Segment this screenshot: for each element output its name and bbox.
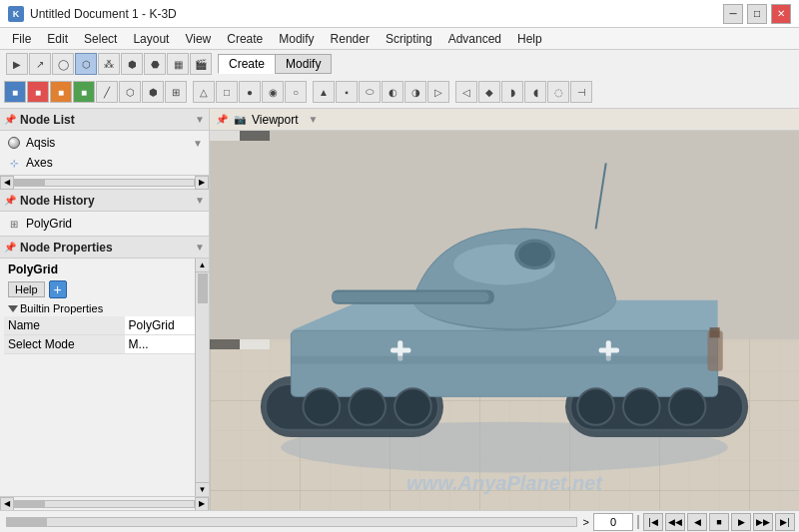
tool-icon6[interactable]: ⬡ bbox=[119, 81, 141, 103]
menu-edit[interactable]: Edit bbox=[39, 28, 76, 49]
viewport-expand-icon[interactable]: ▼ bbox=[308, 114, 318, 125]
tab-create[interactable]: Create bbox=[218, 54, 275, 74]
main-hscroll-thumb[interactable] bbox=[7, 518, 47, 526]
menu-advanced[interactable]: Advanced bbox=[440, 28, 509, 49]
node-history-header: 📌 Node History ▼ bbox=[0, 190, 209, 212]
hscroll-thumb[interactable] bbox=[15, 180, 45, 186]
tool-select[interactable]: ▶ bbox=[6, 53, 28, 75]
node-props-expand-icon[interactable]: ▼ bbox=[195, 242, 205, 253]
svg-point-33 bbox=[395, 388, 431, 425]
tool-cube3[interactable]: ■ bbox=[50, 81, 72, 103]
menu-layout[interactable]: Layout bbox=[125, 28, 177, 49]
tool-move[interactable]: ↗ bbox=[29, 53, 51, 75]
frame-play-btn[interactable]: ▶ bbox=[731, 513, 751, 531]
tool-orbit[interactable]: ◯ bbox=[52, 53, 74, 75]
tool-render[interactable]: ▦ bbox=[167, 53, 189, 75]
tool-icon7[interactable]: ⬢ bbox=[142, 81, 164, 103]
hscroll-left-btn[interactable]: ◀ bbox=[0, 176, 14, 190]
prop-row-name: Name PolyGrid bbox=[4, 316, 205, 335]
title-bar: K Untitled Document 1 - K-3D ─ □ ✕ bbox=[0, 0, 799, 28]
main-content: 📌 Node List ▼ Aqsis ▼ bbox=[0, 109, 799, 510]
props-hscroll-right[interactable]: ▶ bbox=[195, 497, 209, 511]
tool-cube2[interactable]: ■ bbox=[27, 81, 49, 103]
node-history-expand-icon[interactable]: ▼ bbox=[195, 195, 205, 206]
frame-end-btn[interactable]: ▶| bbox=[775, 513, 795, 531]
node-list-item-axes[interactable]: ⊹ Axes bbox=[2, 153, 207, 173]
node-props-section: 📌 Node Properties ▼ PolyGrid Help + bbox=[0, 237, 209, 510]
props-hscroll-track[interactable] bbox=[14, 500, 195, 508]
tool-sphere[interactable]: ○ bbox=[285, 81, 307, 103]
prop-name-value[interactable]: PolyGrid bbox=[125, 316, 205, 335]
menu-view[interactable]: View bbox=[177, 28, 219, 49]
tool-icon8[interactable]: ⊞ bbox=[165, 81, 187, 103]
props-hscroll-left[interactable]: ◀ bbox=[0, 497, 14, 511]
frame-prev-btn[interactable]: ◀◀ bbox=[665, 513, 685, 531]
node-list-item-aqsis[interactable]: Aqsis ▼ bbox=[2, 133, 207, 153]
aqsis-expand[interactable]: ▼ bbox=[193, 138, 203, 149]
menu-create[interactable]: Create bbox=[219, 28, 271, 49]
menu-scripting[interactable]: Scripting bbox=[378, 28, 440, 49]
tool-cube4[interactable]: ■ bbox=[73, 81, 95, 103]
tool-triangle[interactable]: △ bbox=[193, 81, 215, 103]
frame-stop-btn[interactable]: ■ bbox=[709, 513, 729, 531]
tool-square[interactable]: □ bbox=[216, 81, 238, 103]
tool-tri3[interactable]: ◁ bbox=[455, 81, 477, 103]
tool-disk[interactable]: ◉ bbox=[262, 81, 284, 103]
menu-modify[interactable]: Modify bbox=[271, 28, 322, 49]
tool-icon5[interactable]: ╱ bbox=[96, 81, 118, 103]
node-history-title: Node History bbox=[20, 194, 191, 208]
vscroll-thumb[interactable] bbox=[198, 273, 208, 303]
tool-c1[interactable]: ◗ bbox=[501, 81, 523, 103]
tool-half[interactable]: ◐ bbox=[382, 81, 403, 103]
builtin-label: Builtin Properties bbox=[20, 302, 103, 314]
close-button[interactable]: ✕ bbox=[771, 4, 791, 24]
node-list-expand-icon[interactable]: ▼ bbox=[195, 114, 205, 125]
tool-snap[interactable]: ⬣ bbox=[144, 53, 166, 75]
menu-select[interactable]: Select bbox=[76, 28, 125, 49]
tool-hemi[interactable]: ◑ bbox=[404, 81, 426, 103]
tool-active[interactable]: ⬡ bbox=[75, 53, 97, 75]
tool-sq3[interactable]: ◆ bbox=[478, 81, 500, 103]
node-history-pin-icon: 📌 bbox=[4, 195, 16, 206]
tool-sq2[interactable]: ▪ bbox=[336, 81, 358, 103]
tool-c2[interactable]: ◖ bbox=[524, 81, 546, 103]
frame-back-btn[interactable]: ◀ bbox=[687, 513, 707, 531]
tool-arrow[interactable]: ▷ bbox=[427, 81, 449, 103]
node-list-content: Aqsis ▼ ⊹ Axes bbox=[0, 131, 209, 175]
vscroll-up-btn[interactable]: ▲ bbox=[196, 259, 209, 272]
tool-anim[interactable]: 🎬 bbox=[190, 53, 212, 75]
status-separator bbox=[637, 515, 639, 529]
viewport-panel: 📌 📷 Viewport ▼ bbox=[210, 109, 799, 510]
tool-tri2[interactable]: ▲ bbox=[313, 81, 335, 103]
help-button[interactable]: Help bbox=[8, 281, 45, 297]
tool-cube[interactable]: ■ bbox=[4, 81, 26, 103]
menu-file[interactable]: File bbox=[4, 28, 39, 49]
tool-circle[interactable]: ● bbox=[239, 81, 261, 103]
add-property-button[interactable]: + bbox=[49, 280, 67, 298]
prop-name-label: Name bbox=[4, 316, 125, 335]
tool-rubber[interactable]: ⁂ bbox=[98, 53, 120, 75]
menu-render[interactable]: Render bbox=[323, 28, 378, 49]
toolbar-area: ▶ ↗ ◯ ⬡ ⁂ ⬢ ⬣ ▦ 🎬 Create Modify ■ ■ ■ ■ bbox=[0, 50, 799, 109]
tab-modify[interactable]: Modify bbox=[275, 54, 332, 74]
tool-cyl[interactable]: ⬭ bbox=[359, 81, 381, 103]
viewport-header: 📌 📷 Viewport ▼ bbox=[210, 109, 799, 131]
tool-node[interactable]: ⬢ bbox=[121, 53, 143, 75]
main-hscroll-track[interactable] bbox=[6, 517, 577, 527]
menu-help[interactable]: Help bbox=[509, 28, 550, 49]
prop-selectmode-value[interactable]: M... bbox=[125, 335, 205, 354]
builtin-expand-icon[interactable] bbox=[8, 305, 18, 312]
node-history-item-polygrid[interactable]: ⊞ PolyGrid bbox=[2, 214, 207, 234]
hscroll-right-btn[interactable]: ▶ bbox=[195, 176, 209, 190]
frame-start-btn[interactable]: |◀ bbox=[643, 513, 663, 531]
tool-c3[interactable]: ◌ bbox=[547, 81, 569, 103]
viewport-content[interactable]: www.AnyaPlanet.net bbox=[210, 131, 799, 510]
minimize-button[interactable]: ─ bbox=[723, 4, 743, 24]
frame-input[interactable] bbox=[593, 513, 633, 531]
axes-label: Axes bbox=[26, 156, 53, 170]
maximize-button[interactable]: □ bbox=[747, 4, 767, 24]
tool-end[interactable]: ⊣ bbox=[570, 81, 592, 103]
hscroll-track[interactable] bbox=[14, 179, 195, 187]
frame-fwd-btn[interactable]: ▶▶ bbox=[753, 513, 773, 531]
vscroll-down-btn[interactable]: ▼ bbox=[196, 482, 209, 496]
